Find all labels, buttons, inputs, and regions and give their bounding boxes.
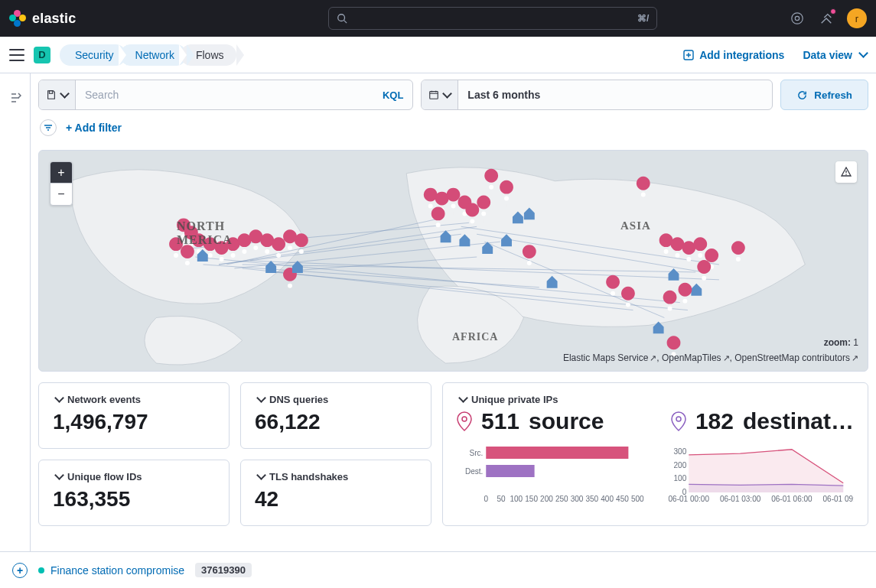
svg-text:400: 400 xyxy=(601,495,614,503)
svg-text:200: 200 xyxy=(540,495,553,503)
search-icon xyxy=(337,13,347,24)
svg-point-24 xyxy=(845,174,847,175)
tls-value: 42 xyxy=(255,487,417,512)
network-events-value: 1,496,797 xyxy=(53,410,215,434)
global-header: elastic ⌘/ r xyxy=(0,0,876,37)
svg-rect-5 xyxy=(49,91,52,94)
chevron-down-icon[interactable] xyxy=(457,394,467,405)
data-view-selector[interactable]: Data view xyxy=(803,49,867,61)
chevron-down-icon[interactable] xyxy=(53,471,63,482)
svg-rect-6 xyxy=(430,92,438,99)
app-subheader: D Security Network Flows Add integration… xyxy=(0,37,876,73)
dns-queries-value: 66,122 xyxy=(255,410,417,434)
collapse-nav-icon[interactable] xyxy=(9,49,24,61)
network-map[interactable]: NORTH MERICA ASIA AFRICA + − zoom: 1 Ela… xyxy=(38,150,868,372)
svg-rect-30 xyxy=(486,465,534,477)
chevron-down-icon[interactable] xyxy=(255,471,265,482)
svg-text:50: 50 xyxy=(497,495,506,503)
svg-text:100: 100 xyxy=(673,474,686,482)
svg-text:Dest.: Dest. xyxy=(465,467,483,476)
status-indicator-icon xyxy=(38,567,44,573)
calendar-icon xyxy=(428,89,439,100)
svg-text:06-01 09:00: 06-01 09:00 xyxy=(822,495,854,503)
svg-text:300: 300 xyxy=(571,495,584,503)
svg-line-1 xyxy=(344,21,347,24)
add-filter-button[interactable]: + Add filter xyxy=(66,122,122,134)
dest-ip-count: 182 xyxy=(695,408,734,434)
svg-text:100: 100 xyxy=(510,495,523,503)
shortcut-hint: ⌘/ xyxy=(637,13,649,24)
svg-text:06-01 03:00: 06-01 03:00 xyxy=(719,495,760,503)
unique-flow-card: Unique flow IDs 163,355 xyxy=(38,460,230,526)
map-label-north-america: NORTH MERICA xyxy=(177,219,233,247)
network-events-card: Network events 1,496,797 xyxy=(38,382,230,449)
svg-text:Src.: Src. xyxy=(469,449,483,457)
svg-point-25 xyxy=(462,417,467,421)
add-integrations-link[interactable]: Add integrations xyxy=(682,49,784,61)
date-range-picker: Last 6 months xyxy=(421,80,773,110)
svg-point-2 xyxy=(792,13,803,24)
svg-rect-28 xyxy=(486,447,628,459)
space-selector[interactable]: D xyxy=(34,47,50,63)
breadcrumb-security[interactable]: Security xyxy=(60,44,126,66)
notification-dot-icon xyxy=(830,8,836,15)
global-search-input[interactable]: ⌘/ xyxy=(328,7,657,30)
zoom-out-button[interactable]: − xyxy=(50,184,72,205)
active-timeline-link[interactable]: Finance station compromise xyxy=(50,564,184,577)
map-zoom-level: zoom: 1 xyxy=(824,337,858,348)
map-attribution: Elastic Maps Service, OpenMapTiles, Open… xyxy=(563,352,858,363)
breadcrumb: Security Network Flows xyxy=(60,44,230,66)
chevron-down-icon[interactable] xyxy=(255,394,265,405)
svg-text:200: 200 xyxy=(673,461,686,469)
svg-point-3 xyxy=(795,16,799,20)
query-bar: Search KQL xyxy=(38,80,413,110)
svg-point-0 xyxy=(338,15,345,21)
user-avatar[interactable]: r xyxy=(847,8,867,28)
zoom-in-button[interactable]: + xyxy=(50,162,72,184)
refresh-icon xyxy=(796,89,808,101)
integration-icon xyxy=(682,49,695,61)
map-label-asia: ASIA xyxy=(620,219,651,232)
chevron-down-icon[interactable] xyxy=(53,394,63,405)
query-input[interactable]: Search xyxy=(76,80,373,109)
add-timeline-button[interactable]: + xyxy=(12,563,28,578)
attr-osm[interactable]: OpenStreetMap contributors xyxy=(734,352,858,363)
ip-bar-chart: Src.Dest.050100150200250300350400450500 xyxy=(457,445,649,503)
map-zoom-controls: + − xyxy=(50,161,73,206)
svg-text:150: 150 xyxy=(525,495,538,503)
brand-logo[interactable]: elastic xyxy=(9,10,76,27)
help-icon[interactable] xyxy=(789,10,806,27)
expand-icon xyxy=(9,92,21,104)
timeline-bottom-bar: + Finance station compromise 37619390 xyxy=(0,551,876,588)
timeline-event-count: 37619390 xyxy=(195,563,252,577)
tls-card: TLS handshakes 42 xyxy=(240,460,431,526)
svg-text:250: 250 xyxy=(555,495,568,503)
map-label-africa: AFRICA xyxy=(452,331,498,343)
svg-text:500: 500 xyxy=(631,495,644,503)
map-warning-icon[interactable] xyxy=(835,161,857,183)
destination-pin-icon xyxy=(671,411,686,431)
svg-point-26 xyxy=(676,417,681,421)
quick-select-button[interactable] xyxy=(422,80,458,109)
svg-text:300: 300 xyxy=(673,447,686,456)
svg-text:06-01 00:00: 06-01 00:00 xyxy=(668,495,709,503)
saved-query-button[interactable] xyxy=(39,80,76,109)
newsfeed-icon[interactable] xyxy=(818,10,835,27)
timeline-flyout-toggle[interactable] xyxy=(0,73,31,551)
filter-options-icon[interactable] xyxy=(40,119,57,136)
dns-queries-card: DNS queries 66,122 xyxy=(240,382,431,449)
query-language-switcher[interactable]: KQL xyxy=(373,80,412,109)
svg-text:0: 0 xyxy=(484,495,488,503)
attr-elastic-maps[interactable]: Elastic Maps Service xyxy=(563,352,656,363)
refresh-button[interactable]: Refresh xyxy=(780,80,868,110)
source-pin-icon xyxy=(457,411,472,431)
attr-openmaptiles[interactable]: OpenMapTiles xyxy=(662,352,730,363)
svg-text:450: 450 xyxy=(616,495,629,503)
source-ip-count: 511 xyxy=(481,408,519,434)
svg-text:350: 350 xyxy=(586,495,599,503)
svg-text:06-01 06:00: 06-01 06:00 xyxy=(771,495,812,503)
unique-ips-card: Unique private IPs 511 source 182 destin… xyxy=(442,382,868,526)
date-range-display[interactable]: Last 6 months xyxy=(458,80,772,109)
disk-icon xyxy=(46,89,57,100)
ip-line-chart: 010020030006-01 00:0006-01 03:0006-01 06… xyxy=(663,445,855,503)
